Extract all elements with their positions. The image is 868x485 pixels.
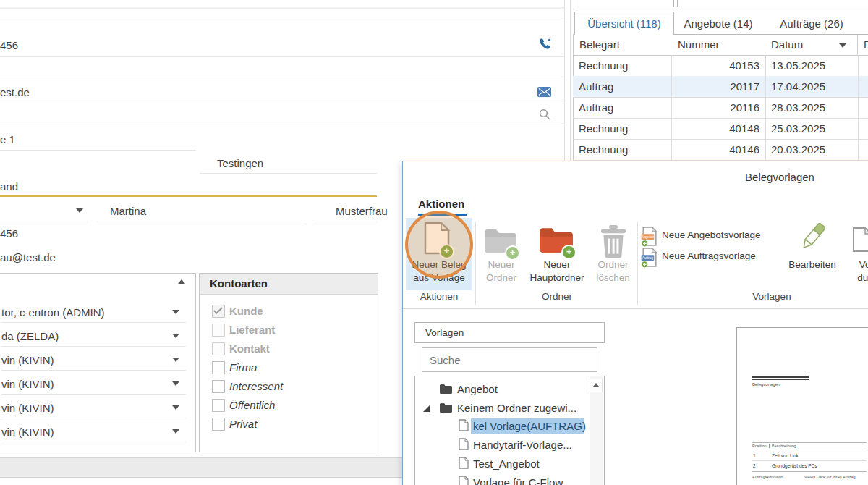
table-row[interactable]: Auftrag 20116 28.03.2025 <box>573 97 868 119</box>
annotation-highlight-circle <box>405 211 473 279</box>
street-field[interactable]: e 1 <box>0 133 15 146</box>
checkbox-kontakt[interactable] <box>212 342 225 355</box>
table-row[interactable]: Rechnung 40146 20.03.2025 <box>573 139 868 161</box>
dropdown-caret[interactable] <box>172 381 179 386</box>
preview-sender-line <box>752 376 809 378</box>
dropdown-caret[interactable] <box>172 405 179 410</box>
checkbox-lieferant[interactable] <box>212 324 225 337</box>
duplicate-template-button[interactable]: Vor dupl <box>845 218 868 290</box>
email-field[interactable]: au@test.de <box>0 251 56 263</box>
checkbox-interessent[interactable] <box>212 380 225 393</box>
search-icon[interactable] <box>539 109 551 124</box>
splitter[interactable] <box>570 0 571 161</box>
website-field[interactable]: est.de <box>0 86 30 98</box>
preview-row-text: Grundgerüst des PCs <box>772 463 817 468</box>
field-underline <box>0 150 196 151</box>
splitter[interactable] <box>564 0 565 161</box>
tree-item-doc[interactable]: Handytarif-Vorlage... <box>473 439 572 451</box>
checkbox-firma[interactable] <box>212 361 225 374</box>
document-icon <box>852 227 868 253</box>
firstname-field[interactable]: Martina <box>110 205 146 217</box>
tree-item-doc[interactable]: Vorlage für C-Flow <box>473 476 563 485</box>
cell-nummer: 20117 <box>671 76 766 97</box>
table-row[interactable]: Rechnung 40148 25.03.2025 <box>573 118 868 140</box>
dropdown-caret[interactable] <box>172 358 179 362</box>
kontoarten-panel: Kontoarten <box>199 273 378 452</box>
tree-expander-icon[interactable] <box>423 405 430 413</box>
new-folder-button[interactable]: + Neuer Ordner <box>477 218 525 290</box>
template-tree: Angebot Keinem Ordner zugewi... kel Vorl… <box>414 376 605 485</box>
cell-belegart: Auftrag <box>573 76 672 97</box>
mobile-field[interactable]: 456 <box>0 227 18 240</box>
column-header-belegart[interactable]: Belegart <box>574 35 678 56</box>
dropdown-underline <box>1 346 186 347</box>
search-input[interactable] <box>428 349 590 371</box>
tree-item-doc[interactable]: Test_Angebot <box>473 457 540 470</box>
button-label: Neue Angebotsvorlage <box>662 229 761 240</box>
field-underline-active <box>0 195 377 197</box>
checkbox-label: Kontakt <box>229 342 270 355</box>
checkbox-kunde[interactable] <box>212 305 225 318</box>
city-field[interactable]: Testingen <box>217 157 263 169</box>
salutation-dropdown-caret[interactable] <box>76 208 83 213</box>
column-header-nummer[interactable]: Nummer <box>672 35 771 56</box>
table-row[interactable]: Rechnung 40153 13.05.2025 <box>573 55 868 77</box>
account-dropdown[interactable]: vin (KIVIN) <box>1 378 54 390</box>
account-dropdown[interactable]: vin (KIVIN) <box>1 402 54 414</box>
table-row-selected[interactable]: Auftrag 20117 17.04.2025 <box>573 76 868 98</box>
field-underline <box>0 125 565 125</box>
document-icon <box>459 438 469 450</box>
tree-item-folder[interactable]: Keinem Ordner zugewi... <box>457 402 576 414</box>
country-field[interactable]: and <box>0 180 18 193</box>
email-icon[interactable] <box>537 87 551 100</box>
tab-angebote[interactable]: Angebote (14) <box>674 12 762 35</box>
tab-uebersicht[interactable]: Übersicht (118) <box>574 12 674 35</box>
field-underline <box>314 222 377 222</box>
scroll-up-button[interactable] <box>590 379 603 392</box>
combo-remnant[interactable] <box>677 0 868 7</box>
dropdown-caret[interactable] <box>172 429 179 434</box>
preview-rule <box>752 450 867 450</box>
scroll-up-icon <box>593 383 599 387</box>
sort-caret-icon[interactable] <box>839 43 846 48</box>
combo-remnant[interactable] <box>574 0 674 7</box>
kontoarten-header: Kontoarten <box>200 274 378 295</box>
vorlagen-panel-title: Vorlagen <box>415 323 604 342</box>
account-dropdown[interactable]: vin (KIVIN) <box>1 426 54 438</box>
panel-collapse-icon[interactable] <box>178 279 185 284</box>
order-template-icon: Auftrag <box>641 248 658 268</box>
document-icon <box>459 419 469 431</box>
preview-footer-left: Auftragskondition <box>752 475 783 479</box>
ribbon-tab-aktionen[interactable]: Aktionen <box>418 198 464 210</box>
checkbox-oeffentlich[interactable] <box>212 399 225 412</box>
ribbon-separator <box>475 222 476 305</box>
dropdown-caret[interactable] <box>172 310 179 314</box>
field-underline <box>0 56 565 57</box>
ribbon-group-aktionen: Aktionen <box>406 291 472 305</box>
account-dropdown[interactable]: vin (KIVIN) <box>1 354 54 366</box>
edit-button[interactable]: Bearbeiten <box>785 218 840 290</box>
checkbox-label: Privat <box>229 418 257 430</box>
dropdown-caret[interactable] <box>172 334 179 338</box>
cell-datum: 17.04.2025 <box>765 76 859 97</box>
field-underline <box>0 80 565 80</box>
checkbox-label: Firma <box>229 361 257 374</box>
ribbon-bottom-border <box>403 308 868 309</box>
cell-nummer: 40153 <box>671 55 766 76</box>
tree-scrollbar[interactable] <box>590 376 603 485</box>
tree-item-folder[interactable]: Angebot <box>457 383 498 395</box>
cell-extra <box>858 118 868 139</box>
button-label: Vor <box>845 258 868 271</box>
new-main-folder-button[interactable]: + Neuer Hauptordner <box>526 218 588 290</box>
checkbox-privat[interactable] <box>212 418 225 431</box>
phone-field[interactable]: 456 <box>0 39 18 51</box>
column-header-extra[interactable]: D <box>858 35 868 56</box>
delete-folder-button[interactable]: Ordner löschen <box>590 218 636 290</box>
preview-sender-underline <box>752 379 809 380</box>
phone-icon[interactable] <box>538 38 552 54</box>
account-dropdown[interactable]: da (ZELDA) <box>1 330 59 342</box>
account-dropdown[interactable]: tor, c-entron (ADMIN) <box>1 306 105 319</box>
lastname-field[interactable]: Musterfrau <box>336 205 388 217</box>
button-label: Neue Auftragsvorlage <box>662 250 756 261</box>
tab-auftraege[interactable]: Aufträge (26) <box>764 12 859 35</box>
